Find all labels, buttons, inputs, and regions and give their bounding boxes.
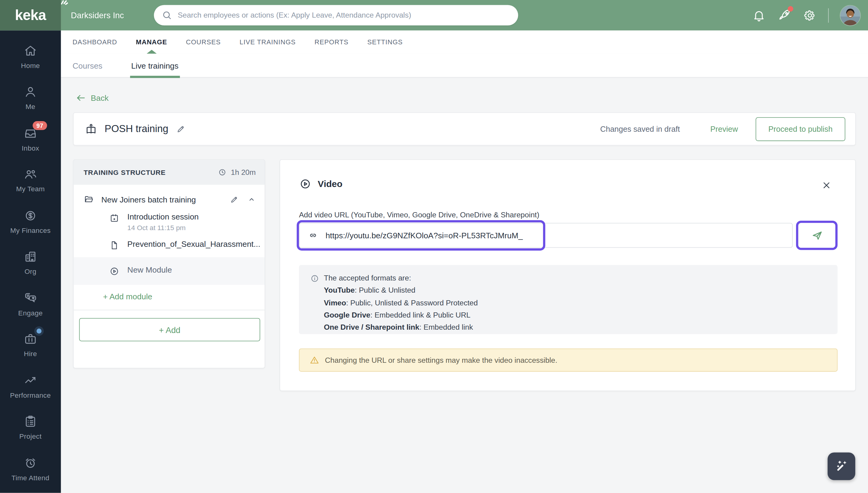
tab-settings[interactable]: SETTINGS [367,30,403,54]
total-duration: 1h 20m [218,168,256,177]
warning-triangle-icon [310,355,319,365]
hire-notification-dot [37,329,41,334]
chat-heart-icon [23,291,38,305]
close-icon[interactable] [821,180,832,191]
format-line-google-drive: Google Drive: Embedded link & Public URL [324,309,838,321]
tab-live-trainings[interactable]: LIVE TRAININGS [240,30,296,54]
folder-open-icon [84,194,94,205]
draft-status: Changes saved in draft [600,125,680,133]
clock-icon [218,168,227,177]
search-input[interactable] [178,11,511,19]
sidebar-item-my-team[interactable]: My Team [0,160,61,201]
person-icon [23,85,38,99]
whats-new-rocket-icon[interactable] [777,8,791,22]
add-button[interactable]: + Add [79,318,261,342]
link-icon [308,230,318,241]
submit-url-button[interactable] [796,221,838,250]
proceed-to-publish-button[interactable]: Proceed to publish [756,117,845,141]
rocket-notification-dot [788,6,793,11]
tab-reports[interactable]: REPORTS [314,30,349,54]
document-item[interactable]: Prevention_of_Sexual_Harassment... [74,232,265,251]
sidebar: Home Me 97 Inbox [0,30,61,493]
search-icon [162,10,172,21]
warning-text: Changing the URL or share settings may m… [325,356,558,364]
training-title-bar: POSH training Changes saved in draft Pre… [73,112,856,145]
keka-logo-text: keka [15,7,46,24]
magic-wand-button[interactable] [828,452,855,480]
sidebar-item-time-attend[interactable]: Time Attend [0,448,61,489]
video-url-input[interactable] [325,231,792,240]
format-line-vimeo: Vimeo: Public, Unlisted & Password Prote… [324,297,838,309]
sidebar-item-project[interactable]: Project [0,407,61,448]
user-avatar[interactable] [840,5,861,25]
sidebar-item-my-finances[interactable]: My Finances [0,201,61,242]
arrow-left-icon [76,93,86,103]
video-url-label: Add video URL (YouTube, Vimeo, Google Dr… [299,211,539,219]
accepted-formats-info: The accepted formats are: YouTube: Publi… [299,265,838,334]
format-line-youtube: YouTube: Public & Unlisted [324,284,838,297]
tab-courses[interactable]: COURSES [186,30,221,54]
sidebar-item-home[interactable]: Home [0,36,61,77]
topbar: keka Darksiders Inc [0,0,868,30]
clipboard-icon [23,414,38,429]
notifications-bell-icon[interactable] [752,8,766,22]
subtab-courses[interactable]: Courses [73,53,102,78]
session-item[interactable]: Introduction session 14 Oct at 11:15 pm [74,205,265,232]
session-datetime: 14 Oct at 11:15 pm [127,224,199,232]
dollar-icon [23,208,38,222]
preview-link[interactable]: Preview [710,125,738,133]
module-row[interactable]: New Joiners batch training [74,185,265,205]
tab-manage[interactable]: MANAGE [136,30,167,54]
keka-app: keka Darksiders Inc [0,0,868,493]
logo-spark-icon [59,0,69,5]
module-actions [230,195,256,204]
formats-intro: The accepted formats are: [324,272,411,284]
new-module-item[interactable]: New Module [74,257,265,285]
briefcase-icon [23,332,38,346]
file-icon [109,240,120,251]
sidebar-item-org[interactable]: Org [0,242,61,283]
topbar-divider [828,8,829,22]
training-structure-header: TRAINING STRUCTURE 1h 20m [74,160,265,185]
video-url-field [299,223,793,248]
training-structure-title: TRAINING STRUCTURE [84,169,166,176]
new-module-title: New Module [127,265,172,274]
edit-title-pencil-icon[interactable] [176,124,186,133]
video-panel: Video Add video URL (YouTube, Vimeo, Goo… [280,159,856,391]
active-subtab-underline [130,76,180,78]
team-icon [23,167,38,181]
alarm-clock-icon [23,456,38,470]
collapse-chevron-up-icon[interactable] [247,195,255,203]
global-search [154,5,518,25]
back-link[interactable]: Back [76,93,109,103]
settings-gear-icon[interactable] [803,8,817,22]
module-nav: DASHBOARD MANAGE COURSES LIVE TRAININGS … [61,30,868,54]
manage-subnav: Courses Live trainings [61,54,868,78]
topbar-actions [752,0,860,30]
company-name: Darksiders Inc [71,0,124,30]
video-panel-header: Video [299,177,343,190]
video-play-circle-icon [299,177,312,190]
calendar-event-icon [109,213,120,223]
format-line-onedrive: One Drive / Sharepoint link: Embedded li… [324,321,838,334]
edit-module-pencil-icon[interactable] [230,195,239,204]
video-panel-title: Video [318,179,343,189]
keka-logo[interactable]: keka [0,0,61,30]
document-title: Prevention_of_Sexual_Harassment... [127,239,261,248]
sidebar-item-inbox[interactable]: 97 Inbox [0,119,61,160]
tab-dashboard[interactable]: DASHBOARD [73,30,117,54]
title-actions: Changes saved in draft Preview Proceed t… [600,117,846,141]
subtab-live-trainings[interactable]: Live trainings [131,53,179,78]
inbox-icon: 97 [23,126,38,140]
url-warning-banner: Changing the URL or share settings may m… [299,348,838,372]
building-icon [23,250,38,264]
session-title: Introduction session [127,213,199,221]
trend-up-icon [23,373,38,387]
sidebar-item-engage[interactable]: Engage [0,283,61,324]
sidebar-item-me[interactable]: Me [0,77,61,119]
add-section: + Add [74,309,265,341]
sidebar-item-performance[interactable]: Performance [0,365,61,407]
sidebar-item-hire[interactable]: Hire [0,324,61,366]
add-module-link[interactable]: + Add module [74,285,265,309]
play-circle-icon [109,266,120,277]
